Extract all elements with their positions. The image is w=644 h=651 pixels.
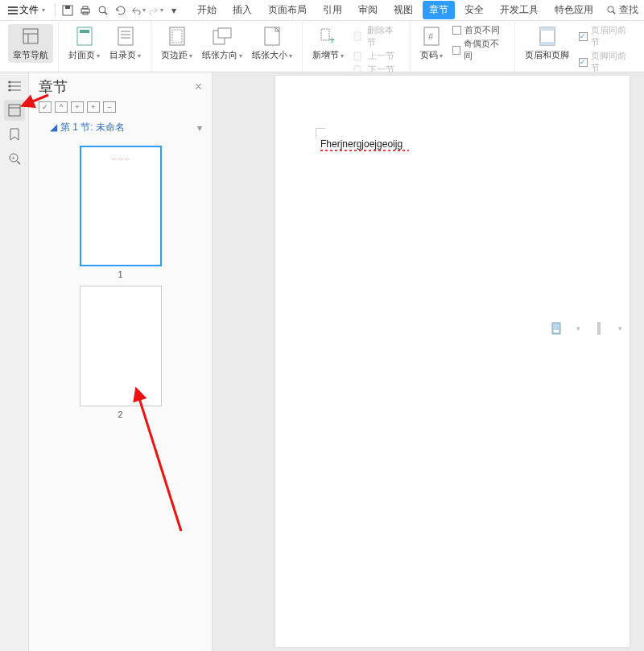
thumbnail-wrap-2: 2: [80, 286, 162, 419]
ribbon-group-headerfooter: 页眉和页脚 ✓页眉同前节 ✓页脚同前节: [515, 21, 641, 72]
sidebar-tool-1[interactable]: ✓: [39, 101, 52, 113]
svg-point-7: [608, 6, 613, 12]
document-page[interactable]: Fherjnergjoejgeoijg: [275, 76, 630, 647]
svg-rect-13: [80, 30, 89, 33]
float-chevron-icon[interactable]: ▾: [572, 322, 584, 335]
sidebar-tool-5[interactable]: −: [103, 101, 116, 113]
toc-page-button[interactable]: 目录页▾: [105, 24, 146, 63]
section-sidebar: 章节 × ✓ ^ + + − ◢第 1 节: 未命名 ▾ ﹋﹋﹋ 1 2: [29, 72, 213, 651]
menu-bar: 文件 ▾ ▾ ▾ ▾ 开始 插入 页面布局 引用 审阅 视图 章节 安全 开发工…: [0, 0, 644, 21]
save-icon[interactable]: [60, 3, 75, 18]
footer-same-checkbox[interactable]: ✓页脚同前节: [579, 50, 631, 74]
thumbnail-wrap-1: ﹋﹋﹋ 1: [80, 146, 162, 279]
tab-page-layout[interactable]: 页面布局: [262, 1, 313, 19]
paper-size-icon: [262, 26, 283, 47]
section-label: 第 1 节: 未命名: [60, 122, 125, 133]
delete-section-button[interactable]: 删除本节: [353, 24, 400, 48]
new-section-button[interactable]: + 新增节▾: [308, 24, 349, 63]
page-number-button[interactable]: # 页码▾: [415, 24, 448, 63]
thumb-page-number: 1: [118, 270, 122, 279]
tab-references[interactable]: 引用: [316, 1, 349, 19]
page-margin-button[interactable]: 页边距▾: [156, 24, 197, 63]
tab-insert[interactable]: 插入: [226, 1, 258, 19]
qat-more-icon[interactable]: ▾: [167, 3, 181, 18]
floating-toolbar: ▾ ▾: [551, 322, 626, 335]
diff-first-page-checkbox[interactable]: ✓首页不同: [452, 24, 506, 36]
sidebar-close-button[interactable]: ×: [195, 80, 202, 94]
ribbon-group-page-setup: 页边距▾ 纸张方向▾ 纸张大小▾: [151, 21, 303, 72]
ribbon-tabs: 开始 插入 页面布局 引用 审阅 视图 章节 安全 开发工具 特色应用: [191, 1, 600, 19]
svg-rect-1: [65, 6, 70, 9]
section-dropdown-icon[interactable]: ▾: [197, 122, 202, 134]
header-footer-label: 页眉和页脚: [525, 49, 569, 61]
rail-bookmark-button[interactable]: [4, 124, 25, 145]
paper-size-button[interactable]: 纸张大小▾: [247, 24, 297, 63]
cover-page-button[interactable]: 封面页▾: [64, 24, 105, 63]
print-preview-icon[interactable]: [96, 3, 110, 18]
quick-access-toolbar: ▾ ▾ ▾: [55, 3, 181, 18]
document-area[interactable]: Fherjnergjoejgeoijg ▾ ▾: [213, 72, 644, 651]
svg-rect-46: [597, 322, 601, 335]
thumb-text-indicator: ﹋﹋﹋: [111, 157, 130, 166]
prev-section-icon: [353, 52, 365, 61]
svg-line-42: [17, 161, 20, 164]
section-list-item[interactable]: ◢第 1 节: 未命名 ▾: [29, 117, 212, 138]
refresh-icon[interactable]: [114, 3, 128, 18]
search-button[interactable]: 查找: [606, 3, 638, 17]
tab-special[interactable]: 特色应用: [548, 1, 600, 19]
undo-icon[interactable]: ▾: [131, 3, 146, 18]
sidebar-tool-4[interactable]: +: [87, 101, 100, 113]
ribbon-group-cover: 封面页▾ 目录页▾: [59, 21, 151, 72]
tab-start[interactable]: 开始: [191, 1, 223, 19]
tab-developer[interactable]: 开发工具: [493, 1, 545, 19]
svg-rect-23: [321, 29, 329, 40]
orientation-icon: [212, 26, 233, 47]
main-area: + 章节 × ✓ ^ + + − ◢第 1 节: 未命名 ▾ ﹋﹋﹋ 1: [0, 72, 644, 651]
header-same-checkbox[interactable]: ✓页眉同前节: [579, 24, 631, 48]
tab-view[interactable]: 视图: [387, 1, 419, 19]
orientation-button[interactable]: 纸张方向▾: [197, 24, 247, 63]
file-menu[interactable]: 文件 ▾: [3, 2, 50, 19]
left-rail: +: [0, 72, 29, 651]
svg-rect-14: [118, 27, 133, 45]
ribbon-group-sections: + 新增节▾ 删除本节 上一节 下一节: [303, 21, 411, 72]
document-body-text[interactable]: Fherjnergjoejgeoijg: [320, 138, 402, 150]
section-nav-stack: 删除本节 上一节 下一节: [349, 24, 405, 76]
sidebar-tool-3[interactable]: +: [71, 101, 84, 113]
svg-point-36: [8, 81, 10, 84]
rail-sections-button[interactable]: [4, 100, 25, 121]
rail-outline-button[interactable]: [4, 76, 25, 97]
thumb-page-number: 2: [118, 410, 122, 419]
print-icon[interactable]: [78, 3, 93, 18]
svg-rect-31: [540, 27, 555, 31]
page-thumbnail-1[interactable]: ﹋﹋﹋: [80, 146, 162, 266]
svg-text:+: +: [329, 35, 335, 45]
redo-icon[interactable]: ▾: [149, 3, 163, 18]
svg-text:+: +: [11, 155, 15, 162]
float-page-icon[interactable]: [551, 322, 564, 335]
float-chevron-icon-2[interactable]: ▾: [613, 322, 626, 335]
page-number-label: 页码▾: [420, 49, 443, 61]
page-thumbnail-2[interactable]: [80, 286, 162, 406]
tab-section[interactable]: 章节: [423, 1, 455, 19]
svg-point-5: [99, 6, 105, 13]
header-footer-button[interactable]: 页眉和页脚: [520, 24, 574, 63]
new-section-icon: +: [318, 26, 339, 47]
header-same-stack: ✓页眉同前节 ✓页脚同前节: [574, 24, 636, 74]
sidebar-header: 章节 ×: [29, 72, 212, 100]
header-footer-icon: [537, 26, 558, 47]
rail-find-button[interactable]: +: [4, 148, 25, 169]
cover-page-label: 封面页▾: [68, 49, 100, 61]
page-margin-label: 页边距▾: [161, 49, 192, 61]
margin-corner-icon: [316, 128, 325, 138]
float-cursor-icon[interactable]: [592, 322, 605, 335]
tab-review[interactable]: 审阅: [352, 1, 384, 19]
tab-security[interactable]: 安全: [458, 1, 490, 19]
svg-text:#: #: [428, 31, 434, 41]
cover-page-icon: [74, 26, 95, 47]
section-nav-button[interactable]: 章节导航: [8, 24, 53, 63]
ribbon: 章节导航 封面页▾ 目录页▾ 页边距▾ 纸张方向▾ 纸张大小▾ + 新增节▾: [0, 21, 644, 72]
prev-section-button[interactable]: 上一节: [353, 50, 400, 62]
sidebar-tool-2[interactable]: ^: [55, 101, 68, 113]
diff-odd-even-checkbox[interactable]: ✓奇偶页不同: [452, 38, 506, 62]
